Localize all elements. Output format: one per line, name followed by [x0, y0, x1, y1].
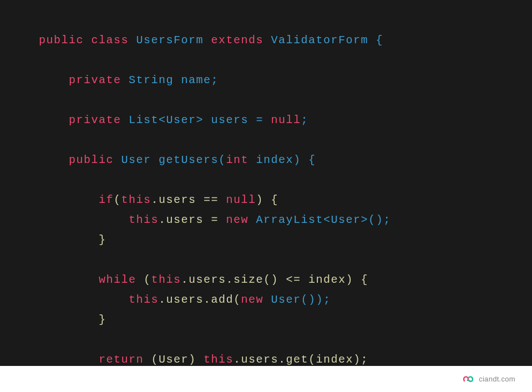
- code-line: this.users.add(new User());: [39, 290, 493, 310]
- code-block: public class UsersForm extends Validator…: [39, 30, 493, 392]
- code-token: extends: [211, 34, 271, 47]
- code-token: }: [39, 313, 107, 326]
- code-token: (: [114, 194, 121, 206]
- code-slide: public class UsersForm extends Validator…: [0, 0, 532, 366]
- code-token: .users =: [159, 213, 226, 226]
- code-token: while: [99, 273, 144, 286]
- code-token: [39, 273, 99, 286]
- code-token: ArrayList<User>();: [256, 213, 391, 226]
- code-line: [39, 130, 493, 150]
- code-token: this: [121, 194, 151, 206]
- code-token: this: [204, 353, 234, 366]
- code-token: .users.size() <= index) {: [181, 273, 369, 286]
- code-line: [39, 90, 493, 110]
- code-token: ) {: [256, 194, 279, 206]
- code-token: new: [241, 293, 271, 306]
- code-line: private List<User> users = null;: [39, 110, 493, 130]
- code-token: List<User> users =: [129, 114, 271, 126]
- code-token: ;: [301, 114, 309, 126]
- code-token: [39, 194, 99, 206]
- code-line: while (this.users.size() <= index) {: [39, 270, 493, 290]
- code-token: [39, 154, 69, 166]
- code-token: User getUsers(: [121, 154, 226, 166]
- code-token: class: [92, 34, 136, 47]
- code-token: this: [151, 273, 181, 286]
- code-token: [39, 74, 69, 86]
- code-token: }: [39, 233, 107, 246]
- code-token: ValidatorForm {: [271, 34, 384, 47]
- code-token: int: [226, 154, 256, 166]
- code-token: index) {: [256, 154, 316, 166]
- code-token: [39, 213, 129, 226]
- code-line: if(this.users == null) {: [39, 190, 493, 210]
- code-line: public class UsersForm extends Validator…: [39, 30, 493, 50]
- code-token: (: [144, 273, 151, 286]
- code-token: new: [226, 213, 256, 226]
- code-token: null: [226, 194, 256, 206]
- code-token: String name;: [129, 74, 219, 86]
- code-token: [39, 293, 129, 306]
- code-line: [39, 250, 493, 270]
- code-line: [39, 170, 493, 190]
- code-token: private: [69, 114, 129, 126]
- code-line: [39, 50, 493, 70]
- code-token: User());: [271, 293, 331, 306]
- code-line: }: [39, 230, 493, 250]
- code-token: return: [99, 353, 151, 366]
- code-token: (User): [151, 353, 204, 366]
- code-token: this: [129, 293, 159, 306]
- slide-footer: ciandt.com: [0, 366, 532, 392]
- code-token: public: [69, 154, 121, 166]
- code-token: .users.add(: [159, 293, 241, 306]
- brand-text: ciandt.com: [479, 375, 515, 383]
- code-line: [39, 330, 493, 350]
- code-token: private: [69, 74, 129, 86]
- code-token: public: [39, 34, 92, 47]
- code-token: this: [129, 213, 159, 226]
- code-token: if: [99, 194, 114, 206]
- code-token: UsersForm: [136, 34, 211, 47]
- code-token: [39, 114, 69, 126]
- code-token: .users.get(index);: [234, 353, 368, 366]
- code-line: }: [39, 310, 493, 330]
- brand-logo-icon: [462, 375, 474, 383]
- code-line: private String name;: [39, 70, 493, 90]
- code-token: null: [271, 114, 301, 126]
- code-line: public User getUsers(int index) {: [39, 150, 493, 170]
- code-line: this.users = new ArrayList<User>();: [39, 210, 493, 230]
- code-token: [39, 353, 99, 366]
- code-token: .users ==: [151, 194, 226, 206]
